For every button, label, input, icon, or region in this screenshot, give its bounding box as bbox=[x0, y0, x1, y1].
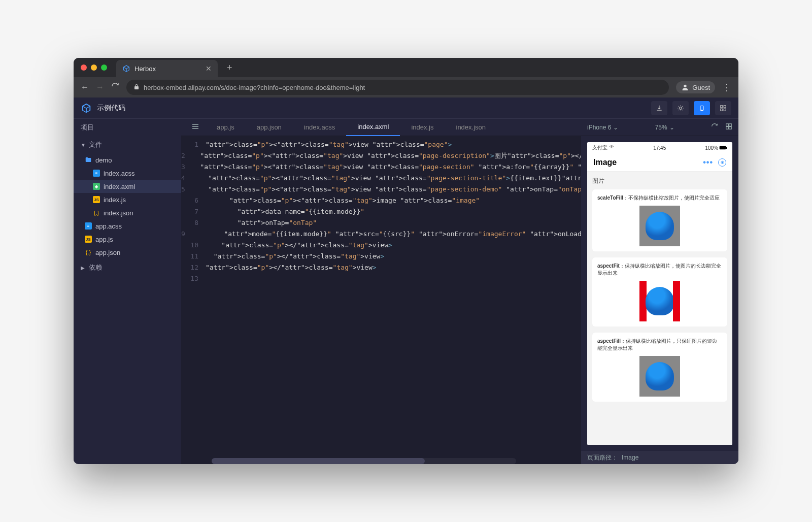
editor-tab[interactable]: app.js bbox=[206, 119, 246, 136]
code-line[interactable]: 2 "attr">class="p"><"attr">class="tag">v… bbox=[181, 150, 581, 161]
zoom-selector[interactable]: 75% ⌄ bbox=[655, 124, 674, 131]
profile-button[interactable]: Guest bbox=[676, 81, 715, 93]
line-number: 2 bbox=[181, 150, 192, 161]
chevron-down-icon: ⌄ bbox=[669, 124, 674, 131]
code-text: "attr">class="p"><"attr">class="tag">vie… bbox=[192, 173, 581, 184]
demo-image[interactable] bbox=[639, 206, 680, 246]
editor-tab[interactable]: app.json bbox=[246, 119, 293, 136]
forward-button[interactable]: → bbox=[96, 83, 104, 92]
grid-view-button[interactable] bbox=[715, 101, 731, 115]
refresh-preview-button[interactable] bbox=[711, 123, 718, 132]
reload-button[interactable] bbox=[111, 82, 119, 92]
horizontal-scrollbar[interactable] bbox=[212, 458, 516, 464]
code-text bbox=[206, 273, 210, 284]
browser-tab[interactable]: Herbox ✕ bbox=[116, 60, 218, 77]
demo-card: aspectFill：保持纵横比缩放图片，只保证图片的短边能完全显示出来 bbox=[592, 333, 727, 402]
zoom-label: 75% bbox=[655, 124, 667, 131]
file-tree-item[interactable]: ≡index.acss bbox=[74, 167, 181, 180]
file-tree-item[interactable]: {.}app.json bbox=[74, 246, 181, 259]
lock-icon bbox=[133, 84, 140, 91]
code-line[interactable]: 11 "attr">class="p"></"attr">class="tag"… bbox=[181, 251, 581, 262]
code-line[interactable]: 9 "attr">mode="{{item.mode}}" "attr">src… bbox=[181, 229, 581, 240]
svg-rect-12 bbox=[726, 147, 727, 149]
code-line[interactable]: 10 "attr">class="p"></"attr">class="tag"… bbox=[181, 240, 581, 251]
line-number: 12 bbox=[181, 262, 206, 273]
editor-tab[interactable]: index.json bbox=[445, 119, 497, 136]
file-tree-item[interactable]: JSapp.js bbox=[74, 233, 181, 246]
line-number: 8 bbox=[181, 217, 206, 229]
code-text: "attr">onTap="onTap" bbox=[206, 217, 317, 229]
svg-point-1 bbox=[680, 107, 682, 109]
profile-label: Guest bbox=[692, 84, 710, 91]
preview-panel: iPhone 6 ⌄ 75% ⌄ 支付宝 bbox=[581, 119, 738, 464]
mobile-preview-button[interactable] bbox=[694, 101, 710, 115]
code-line[interactable]: 6 "attr">class="p"><"attr">class="tag">i… bbox=[181, 195, 581, 206]
line-number: 7 bbox=[181, 206, 206, 217]
app-title: 示例代码 bbox=[97, 104, 125, 113]
demo-description: aspectFill：保持纵横比缩放图片，只保证图片的短边能完全显示出来 bbox=[597, 338, 722, 352]
editor-tab[interactable]: index.js bbox=[400, 119, 445, 136]
hamburger-icon[interactable] bbox=[185, 122, 206, 133]
svg-rect-3 bbox=[721, 105, 723, 107]
code-text: "attr">mode="{{item.mode}}" "attr">src="… bbox=[192, 229, 581, 240]
chevron-down-icon: ▼ bbox=[81, 142, 86, 148]
new-tab-button[interactable]: + bbox=[227, 62, 232, 73]
more-icon[interactable]: ••• bbox=[703, 158, 713, 167]
url-input[interactable]: herbox-embed.alipay.com/s/doc-image?chIn… bbox=[126, 80, 669, 95]
brightness-button[interactable] bbox=[672, 101, 689, 115]
wifi-icon bbox=[609, 145, 614, 151]
device-simulator[interactable]: 支付宝 17:45 100% Image ••• ◉ bbox=[587, 142, 732, 445]
file-tree-item[interactable]: ≡app.acss bbox=[74, 219, 181, 233]
code-line[interactable]: 13 bbox=[181, 273, 581, 284]
demo-description: scaleToFill：不保持纵横比缩放图片，使图片完全适应 bbox=[597, 194, 722, 202]
download-button[interactable] bbox=[651, 101, 667, 115]
file-tree-item[interactable]: JSindex.js bbox=[74, 193, 181, 206]
demo-image[interactable] bbox=[639, 356, 680, 397]
tab-close-icon[interactable]: ✕ bbox=[206, 64, 212, 73]
code-text: "attr">class="p"><"attr">class="tag">vie… bbox=[206, 139, 452, 150]
file-tree-item[interactable]: demo bbox=[74, 153, 181, 167]
deps-label: 依赖 bbox=[89, 263, 102, 272]
editor-tab[interactable]: index.acss bbox=[293, 119, 346, 136]
demo-card: scaleToFill：不保持纵横比缩放图片，使图片完全适应 bbox=[592, 189, 727, 251]
line-number: 1 bbox=[181, 139, 206, 150]
code-line[interactable]: 1"attr">class="p"><"attr">class="tag">vi… bbox=[181, 139, 581, 150]
section-label: 图片 bbox=[592, 177, 727, 185]
maximize-window-icon[interactable] bbox=[101, 64, 107, 71]
code-line[interactable]: 12"attr">class="p"></"attr">class="tag">… bbox=[181, 262, 581, 273]
back-button[interactable]: ← bbox=[81, 83, 89, 92]
device-selector[interactable]: iPhone 6 ⌄ bbox=[587, 124, 618, 131]
line-number: 11 bbox=[181, 251, 206, 262]
time-label: 17:45 bbox=[653, 145, 666, 151]
demo-image[interactable] bbox=[639, 281, 680, 321]
project-section[interactable]: 项目 bbox=[74, 119, 181, 136]
css-icon: ≡ bbox=[93, 170, 100, 177]
preview-footer: 页面路径： Image bbox=[581, 451, 738, 464]
code-text: "attr">class="p"></"attr">class="tag">vi… bbox=[206, 240, 392, 251]
phone-body[interactable]: 图片 scaleToFill：不保持纵横比缩放图片，使图片完全适应aspectF… bbox=[587, 172, 732, 445]
code-line[interactable]: 4 "attr">class="p"><"attr">class="tag">v… bbox=[181, 173, 581, 184]
editor-tab[interactable]: index.axml bbox=[346, 119, 400, 136]
sidebar: 项目 ▼ 文件 demo≡index.acss◈index.axmlJSinde… bbox=[74, 119, 181, 464]
file-tree-item[interactable]: ◈index.axml bbox=[74, 180, 181, 193]
json-icon: {.} bbox=[85, 249, 92, 256]
file-tree-item[interactable]: {.}index.json bbox=[74, 206, 181, 219]
file-name: index.json bbox=[104, 209, 133, 217]
files-section[interactable]: ▼ 文件 bbox=[74, 136, 181, 153]
svg-rect-8 bbox=[729, 124, 732, 126]
layout-button[interactable] bbox=[725, 123, 732, 132]
code-line[interactable]: 7 "attr">data-name="{{item.mode}}" bbox=[181, 206, 581, 217]
code-text: "attr">class="p"><"attr">class="tag">vie… bbox=[192, 184, 581, 195]
code-line[interactable]: 5 "attr">class="p"><"attr">class="tag">v… bbox=[181, 184, 581, 195]
close-window-icon[interactable] bbox=[81, 64, 87, 71]
target-icon[interactable]: ◉ bbox=[718, 158, 726, 167]
footer-label: 页面路径： bbox=[587, 453, 618, 462]
minimize-window-icon[interactable] bbox=[91, 64, 97, 71]
deps-section[interactable]: ▶ 依赖 bbox=[74, 259, 181, 276]
code-line[interactable]: 8 "attr">onTap="onTap" bbox=[181, 217, 581, 229]
menu-kebab-icon[interactable]: ⋮ bbox=[722, 82, 731, 93]
code-line[interactable]: 3 "attr">class="p"><"attr">class="tag">v… bbox=[181, 161, 581, 173]
svg-rect-11 bbox=[720, 146, 726, 149]
code-editor[interactable]: 1"attr">class="p"><"attr">class="tag">vi… bbox=[181, 136, 581, 464]
svg-point-0 bbox=[684, 85, 687, 87]
